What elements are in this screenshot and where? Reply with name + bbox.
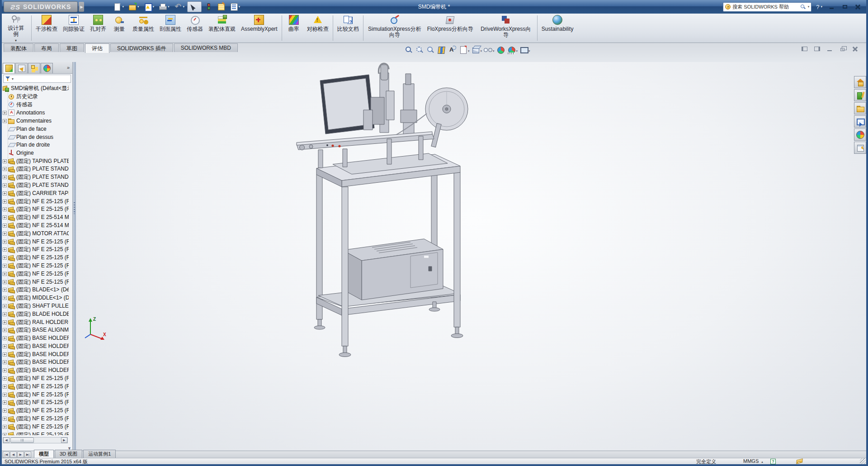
expand-toggle-icon[interactable] [3,183,7,187]
headsup-button[interactable] [482,45,495,54]
tree-item[interactable]: (固定) BLADE HOLDER- [2,310,69,318]
expand-toggle-icon[interactable] [3,119,7,123]
expand-toggle-icon[interactable] [3,312,7,316]
expand-toggle-icon[interactable] [3,368,7,372]
taskpane-view-palette-button[interactable] [854,115,866,128]
expand-toggle-icon[interactable] [3,433,7,435]
expand-toggle-icon[interactable] [3,200,7,204]
tree-item[interactable]: (固定) NF E 25-125 (Re [2,246,69,254]
tree-item[interactable]: (固定) SHAFT PULLER< [2,302,69,310]
tree-item[interactable]: (固定) RAIL HOLDER<1 [2,318,69,326]
expand-toggle-icon[interactable] [3,207,7,211]
taskpane-appearances-button[interactable] [854,128,866,141]
tree-horizontal-scrollbar[interactable]: ◀ ▶ [3,437,68,443]
restore-button[interactable] [839,3,850,11]
tree-item[interactable]: (固定) NF E 25-125 (Re [2,254,69,262]
tree-item[interactable]: (固定) NF E 25-125 (Re [2,407,69,415]
command-tab[interactable]: 装配体 [4,43,33,52]
headsup-button[interactable] [495,45,506,54]
expand-toggle-icon[interactable] [3,191,7,195]
quick-toolbar-button[interactable] [228,1,242,12]
headsup-button[interactable] [458,45,470,54]
quick-toolbar-button[interactable] [111,1,126,12]
minimize-button[interactable] [826,3,837,11]
tree-item[interactable]: (固定) NF E 25-514 M [2,222,69,230]
ribbon-button[interactable]: Sustainability [539,14,576,43]
expand-toggle-icon[interactable] [3,352,7,357]
tree-item[interactable]: (固定) BASE HOLDER S [2,366,69,375]
tree-item[interactable]: (固定) NF E 25-125 (Re [2,415,69,423]
command-tab[interactable]: 草图 [60,43,84,52]
headsup-button[interactable] [414,45,425,54]
3d-model[interactable] [275,56,510,372]
ribbon-button[interactable]: SimulationXpress分析向导 [365,14,425,43]
panel-tab[interactable] [28,63,40,73]
close-button[interactable] [852,3,863,11]
tree-item[interactable]: (固定) BASE HOLDER S [2,358,69,366]
ribbon-button[interactable]: 曲率 [283,14,304,43]
graphics-viewport[interactable]: Z X [76,53,866,452]
tree-item[interactable]: (固定) NF E 25-125 (Re [2,205,69,214]
expand-toggle-icon[interactable] [3,304,7,308]
tree-item[interactable]: (固定) NF E 25-125 (Re [2,375,69,383]
expand-toggle-icon[interactable] [3,159,7,163]
tree-item[interactable]: (固定) NF E 25-125 (Re [2,431,69,435]
design-study-dropdown-icon[interactable]: ▾ [15,38,17,43]
quick-toolbar-button[interactable] [142,1,156,12]
ribbon-button[interactable]: DriveWorksXpress向导 [476,14,536,43]
ribbon-button[interactable]: 干涉检查 [33,14,60,43]
status-help-icon[interactable]: ? [770,459,776,464]
tab-scroll-button[interactable]: ▶ [17,452,24,458]
tree-item[interactable]: (固定) CARRIER TAPE< [2,189,69,197]
ribbon-button[interactable]: 传感器 [184,14,206,43]
ribbon-button[interactable]: 质量属性 [130,14,157,43]
tree-item[interactable]: SMD编带机 (Défaut<显示 [2,85,69,93]
filter-dropdown-icon[interactable]: ▾ [12,77,14,81]
expand-toggle-icon[interactable] [3,280,7,284]
tree-item[interactable]: (固定) NF E 25-125 (Re [2,278,69,286]
taskpane-file-explorer-button[interactable] [854,102,866,114]
expand-toggle-icon[interactable] [3,223,7,228]
search-input[interactable]: ? 搜索 SOLIDWORKS 帮助 ▾ [723,2,811,12]
quick-toolbar-button[interactable] [127,1,141,12]
tree-item[interactable]: (固定) BLADE<1> (Défa [2,286,69,294]
headsup-button[interactable] [447,45,458,54]
menu-expand-arrow-icon[interactable]: ▶ [79,2,84,12]
document-window-button[interactable] [812,45,822,52]
search-icon[interactable] [801,5,806,9]
expand-toggle-icon[interactable] [3,111,7,115]
quick-toolbar-button[interactable] [203,1,214,12]
headsup-button[interactable] [403,45,414,54]
tab-scroll-button[interactable]: |◀ [3,452,9,458]
tree-item[interactable]: Origine [2,149,69,157]
headsup-button[interactable] [470,45,483,54]
ribbon-button[interactable]: 剖面属性 [157,14,184,43]
panel-tab[interactable] [41,63,53,73]
tree-item[interactable]: (固定) MIDDLE<1> (Dé [2,294,69,302]
tree-item[interactable]: Annotations [2,109,69,117]
tab-scroll-button[interactable]: ▶| [24,452,31,458]
tree-item[interactable]: (固定) BASE HOLDER S [2,350,69,358]
expand-toggle-icon[interactable] [3,393,7,397]
expand-toggle-icon[interactable] [3,264,7,268]
tree-item[interactable]: (固定) PLATE STAND<2 [2,173,69,181]
ribbon-button[interactable]: FloXpress分析向导 [425,14,476,43]
expand-toggle-icon[interactable] [3,385,7,389]
headsup-button[interactable] [436,45,447,54]
ribbon-button[interactable]: 测量 [109,14,130,43]
expand-toggle-icon[interactable] [3,272,7,276]
tree-item[interactable]: (固定) NF E 25-125 (Re [2,399,69,407]
tree-item[interactable]: 传感器 [2,101,69,109]
expand-toggle-icon[interactable] [3,328,7,332]
expand-toggle-icon[interactable] [3,409,7,413]
tree-item[interactable]: (固定) NF E 25-125 (Re [2,238,69,246]
quick-toolbar-button[interactable] [215,1,227,12]
taskpane-design-library-button[interactable] [854,89,866,101]
expand-toggle-icon[interactable] [3,376,7,380]
scrollbar-thumb[interactable] [10,437,34,443]
tree-item[interactable]: Plan de droite [2,141,69,149]
expand-toggle-icon[interactable] [3,425,7,429]
tree-item[interactable]: (固定) BASE HOLDER<1 [2,334,69,342]
panel-tabs-overflow[interactable]: » [65,65,71,71]
tree-filter[interactable]: ▾ [3,75,71,83]
